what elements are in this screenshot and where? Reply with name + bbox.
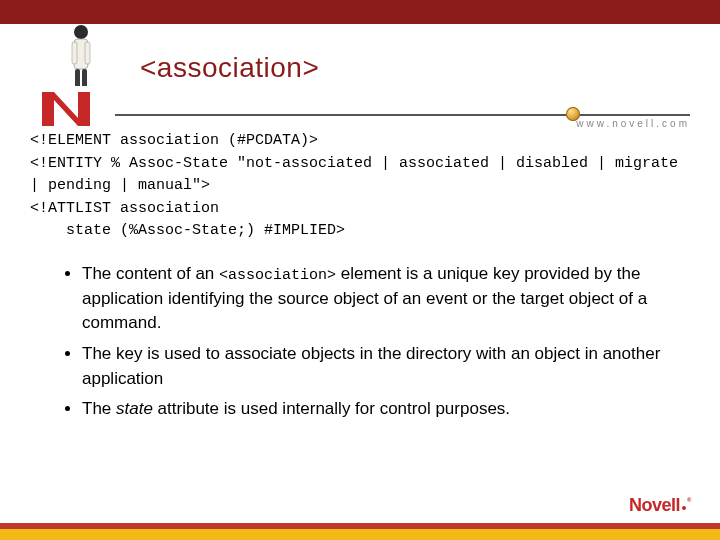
code-line: state (%Assoc-State;) #IMPLIED> bbox=[30, 222, 345, 239]
emphasized-term: state bbox=[116, 399, 153, 418]
header-url: www.novell.com bbox=[576, 118, 690, 129]
list-item: The key is used to associate objects in … bbox=[82, 342, 684, 391]
svg-rect-2 bbox=[72, 42, 77, 64]
slide-title: <association> bbox=[140, 52, 319, 84]
bullet-text: The content of an bbox=[82, 264, 219, 283]
code-line: <!ENTITY % Assoc-State "not-associated |… bbox=[30, 155, 687, 195]
list-item: The content of an <association> element … bbox=[82, 262, 684, 336]
svg-rect-3 bbox=[85, 42, 90, 64]
footer-bar bbox=[0, 508, 720, 540]
bullet-text: The key is used to associate objects in … bbox=[82, 344, 660, 388]
svg-point-0 bbox=[74, 25, 88, 39]
bullet-text: attribute is used internally for control… bbox=[153, 399, 510, 418]
bullet-list: The content of an <association> element … bbox=[62, 262, 684, 428]
inline-code: <association> bbox=[219, 267, 336, 284]
footer-yellow-stripe bbox=[0, 529, 720, 540]
novell-n-logo bbox=[36, 86, 96, 130]
top-red-bar bbox=[0, 0, 720, 24]
code-line: <!ELEMENT association (#PCDATA)> bbox=[30, 132, 318, 149]
dtd-code-block: <!ELEMENT association (#PCDATA)> <!ENTIT… bbox=[30, 130, 690, 243]
title-underline bbox=[115, 114, 690, 116]
list-item: The state attribute is used internally f… bbox=[82, 397, 684, 422]
registered-mark-icon: ® bbox=[687, 497, 691, 503]
slide-header: <association> www.novell.com bbox=[0, 24, 720, 124]
bullet-text: The bbox=[82, 399, 116, 418]
code-line: <!ATTLIST association bbox=[30, 200, 219, 217]
